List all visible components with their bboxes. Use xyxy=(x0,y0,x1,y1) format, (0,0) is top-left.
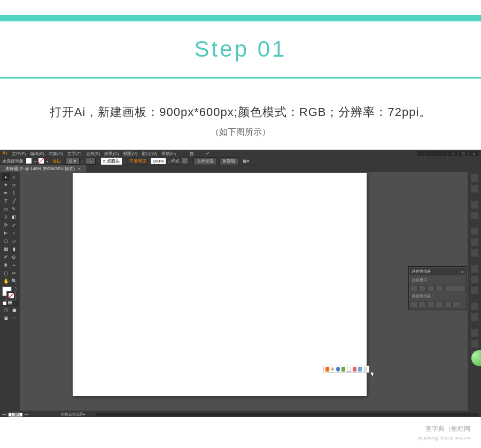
hand-tool[interactable]: ✋ xyxy=(2,277,10,285)
draw-mode-behind[interactable]: ◼ xyxy=(10,306,18,314)
crop-button[interactable] xyxy=(436,301,443,307)
graph-tool[interactable]: ▪ xyxy=(10,261,18,269)
gradient-panel-icon[interactable] xyxy=(471,276,478,283)
minus-front-button[interactable] xyxy=(418,285,426,291)
minus-back-button[interactable] xyxy=(453,301,460,307)
swatches-panel-icon[interactable] xyxy=(471,228,478,235)
status-dropdown-icon[interactable]: ▸ xyxy=(83,412,86,416)
ime-moon-icon[interactable] xyxy=(336,367,340,372)
lasso-tool[interactable]: ⊃ xyxy=(10,181,18,189)
nav-next-icon[interactable]: ▸▸ xyxy=(25,412,29,416)
width-tool[interactable]: ⊳ xyxy=(2,229,10,237)
zoom-tool[interactable]: 🔍 xyxy=(10,277,18,285)
type-tool[interactable]: T xyxy=(2,197,10,205)
asset-export-panel-icon[interactable] xyxy=(471,340,478,347)
document-tab-active[interactable]: 未标题-2* @ 148% (RGB/GPU 预览) × xyxy=(0,165,86,172)
tab-close-icon[interactable]: × xyxy=(78,166,81,171)
free-transform-tool[interactable]: ▫ xyxy=(10,229,18,237)
eyedropper-tool[interactable]: ✐ xyxy=(2,253,10,261)
artboard-tool[interactable]: ▢ xyxy=(2,269,10,277)
brushes-panel-icon[interactable] xyxy=(471,238,478,246)
floating-green-badge[interactable] xyxy=(471,350,481,366)
unite-button[interactable] xyxy=(410,285,417,291)
align-icon[interactable]: ▦▾ xyxy=(243,159,249,164)
graphic-styles-panel-icon[interactable] xyxy=(471,313,478,321)
window-close[interactable]: × xyxy=(469,151,479,156)
edit-toolbar[interactable]: ⋯ xyxy=(10,314,18,322)
menu-object[interactable]: 对象(O) xyxy=(49,151,64,157)
fill-stroke-indicator[interactable]: ⤵ xyxy=(2,287,18,300)
color-panel-icon[interactable] xyxy=(471,201,478,208)
window-minimize[interactable]: − xyxy=(448,151,457,156)
menu-search[interactable]: 搜 xyxy=(190,151,194,157)
ime-refresh-icon[interactable] xyxy=(342,367,345,372)
eraser-tool[interactable]: ◧ xyxy=(10,213,18,221)
workspace-switcher[interactable] xyxy=(417,151,424,156)
gradient-tool[interactable]: ▮ xyxy=(10,245,18,253)
ime-settings-icon[interactable] xyxy=(363,367,367,372)
rectangle-tool[interactable]: ▭ xyxy=(2,205,10,213)
ime-toolbar[interactable]: 中 xyxy=(323,366,369,373)
menu-edit[interactable]: 编辑(E) xyxy=(30,151,44,157)
transparency-panel-icon[interactable] xyxy=(471,287,478,294)
stroke-width-profile[interactable]: ─ xyxy=(85,158,96,165)
magic-wand-tool[interactable]: ✦ xyxy=(2,181,10,189)
curvature-tool[interactable]: ⟆ xyxy=(10,189,18,197)
stroke-indicator[interactable] xyxy=(6,291,16,300)
ime-mode-text[interactable]: 中 xyxy=(331,367,335,372)
ime-skin-icon[interactable] xyxy=(358,367,362,372)
menu-select[interactable]: 选择(S) xyxy=(86,151,100,157)
window-maximize[interactable]: □ xyxy=(459,151,468,156)
search-box[interactable] xyxy=(425,151,447,156)
stroke-panel-icon[interactable] xyxy=(471,265,478,273)
zoom-level[interactable]: 148% xyxy=(9,413,22,416)
layers-panel-icon[interactable] xyxy=(471,329,478,337)
rotate-tool[interactable]: ⟳ xyxy=(2,221,10,229)
draw-mode-normal[interactable]: ◻ xyxy=(2,306,10,314)
pen-tool[interactable]: ✒ xyxy=(2,189,10,197)
shaper-tool[interactable]: ◊ xyxy=(2,213,10,221)
pathfinder-panel[interactable]: 路径查找器 ≡ 形状模式： 路径查找器： xyxy=(408,266,467,310)
menu-type[interactable]: 文字(T) xyxy=(67,151,81,157)
libraries-panel-icon[interactable] xyxy=(471,185,478,192)
stroke-swatch[interactable] xyxy=(38,158,44,164)
doc-setup-button[interactable]: 文档设置 xyxy=(193,157,217,165)
symbols-panel-icon[interactable] xyxy=(471,249,478,257)
color-guide-panel-icon[interactable] xyxy=(471,212,478,219)
appearance-panel-icon[interactable] xyxy=(471,303,478,310)
paintbrush-tool[interactable]: ✎ xyxy=(10,205,18,213)
menu-file[interactable]: 文件(F) xyxy=(12,151,26,157)
artboard[interactable] xyxy=(73,173,367,396)
menu-effect[interactable]: 效果(C) xyxy=(104,151,119,157)
perspective-tool[interactable]: ▱ xyxy=(10,237,18,245)
screen-mode[interactable]: ▣ xyxy=(2,314,10,322)
divide-button[interactable] xyxy=(410,301,417,307)
swap-fill-stroke-icon[interactable]: ⤵ xyxy=(15,287,17,290)
ime-keyboard-icon[interactable] xyxy=(347,367,351,372)
nav-prev-icon[interactable]: ◂◂ xyxy=(2,412,6,416)
mesh-tool[interactable]: ▦ xyxy=(2,245,10,253)
properties-panel-icon[interactable] xyxy=(471,174,478,182)
none-mode-icon[interactable] xyxy=(13,301,18,306)
scale-tool[interactable]: ⤢ xyxy=(10,221,18,229)
merge-button[interactable] xyxy=(427,301,435,307)
trim-button[interactable] xyxy=(418,301,426,307)
stroke-weight[interactable]: ⊟ ▾ xyxy=(65,158,80,165)
gradient-mode-icon[interactable] xyxy=(7,301,12,306)
brush-def[interactable]: 5 点圆头 xyxy=(101,158,122,165)
fill-swatch[interactable] xyxy=(26,158,32,164)
stroke-label[interactable]: 描边 xyxy=(50,158,63,164)
horizontal-scrollbar[interactable] xyxy=(96,413,479,416)
outline-button[interactable] xyxy=(444,301,452,307)
symbol-sprayer-tool[interactable]: ❋ xyxy=(2,261,10,269)
panel-menu-icon[interactable]: ≡ xyxy=(461,270,463,274)
pathfinder-panel-header[interactable]: 路径查找器 ≡ xyxy=(410,268,466,275)
intersect-button[interactable] xyxy=(427,285,435,291)
opacity-label[interactable]: 不透明度 xyxy=(127,158,149,164)
menu-window[interactable]: 窗口(W) xyxy=(142,151,157,157)
direct-selection-tool[interactable]: ▹ xyxy=(10,173,18,181)
expand-button[interactable] xyxy=(444,285,466,291)
blend-tool[interactable]: ⊙ xyxy=(10,253,18,261)
line-tool[interactable]: ╱ xyxy=(10,197,18,205)
brush-icon[interactable]: 𝒜 xyxy=(205,151,208,156)
